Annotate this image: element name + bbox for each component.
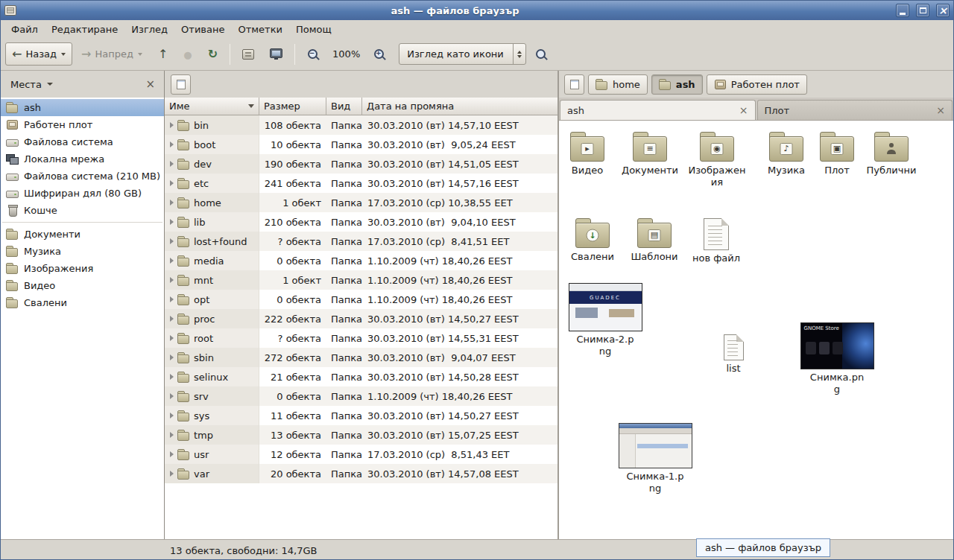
table-row[interactable]: proc222 обектаПапка30.03.2010 (вт) 14,50… bbox=[165, 309, 557, 328]
stop-button[interactable] bbox=[177, 42, 198, 66]
close-button[interactable] bbox=[936, 4, 950, 17]
menubar-item-5[interactable]: Помощ bbox=[289, 20, 338, 38]
computer-button[interactable] bbox=[263, 42, 289, 66]
view-selector[interactable]: Изглед като икони bbox=[399, 43, 526, 65]
zoom-out-button[interactable]: − bbox=[300, 42, 326, 66]
table-row[interactable]: tmp13 обектаПапка30.03.2010 (вт) 15,07,2… bbox=[165, 425, 557, 445]
expander-icon[interactable] bbox=[170, 354, 174, 360]
icon-view-item[interactable]: ▤Шаблони bbox=[622, 217, 687, 263]
icon-view-item[interactable]: Снимка-1.png bbox=[622, 423, 688, 494]
sidebar-item[interactable]: Музика bbox=[1, 243, 164, 260]
titlebar[interactable]: ash — файлов браузър bbox=[1, 1, 953, 20]
expander-icon[interactable] bbox=[170, 141, 174, 147]
column-header-3[interactable]: Дата на промяна bbox=[362, 98, 557, 115]
sidebar-item[interactable]: Документи bbox=[1, 226, 164, 243]
table-row[interactable]: sys11 обектаПапка30.03.2010 (вт) 14,50,2… bbox=[165, 406, 557, 425]
table-row[interactable]: mnt1 обектПапка1.10.2009 (чт) 18,40,26 E… bbox=[165, 270, 557, 290]
sidebar-item[interactable]: Файлова система bbox=[1, 133, 164, 150]
tab-1[interactable]: Плот bbox=[757, 100, 953, 120]
column-header-0[interactable]: Име bbox=[165, 98, 259, 115]
table-row[interactable]: opt0 обектаПапка1.10.2009 (чт) 18,40,26 … bbox=[165, 290, 557, 309]
icon-view[interactable]: ▸Видео≡Документи◉Изображения♪Музика▣Плот… bbox=[559, 121, 953, 539]
minimize-button[interactable] bbox=[896, 4, 909, 17]
table-row[interactable]: sbin272 обектаПапка30.03.2010 (вт) 9,04,… bbox=[165, 348, 557, 367]
tab-close-icon[interactable] bbox=[739, 105, 748, 116]
icon-view-item[interactable]: Свалени bbox=[560, 217, 625, 263]
table-row[interactable]: home1 обектПапка17.03.2010 (ср) 10,38,55… bbox=[165, 193, 557, 212]
menubar-item-3[interactable]: Отиване bbox=[174, 20, 231, 38]
sidebar-item[interactable]: Файлова система (210 MB) bbox=[1, 168, 164, 185]
icon-view-item[interactable]: GNOME StoreСнимка.png bbox=[804, 322, 870, 395]
expander-icon[interactable] bbox=[170, 258, 174, 264]
table-row[interactable]: usr12 обектаПапка17.03.2010 (ср) 8,51,43… bbox=[165, 445, 557, 464]
sidebar-item[interactable]: Изображения bbox=[1, 260, 164, 277]
reload-button[interactable] bbox=[201, 42, 224, 66]
expander-icon[interactable] bbox=[170, 200, 174, 206]
icon-view-item[interactable]: ▸Видео bbox=[559, 131, 620, 176]
expander-icon[interactable] bbox=[170, 219, 174, 225]
icon-view-item[interactable]: ◉Изображения bbox=[684, 131, 750, 188]
breadcrumb-button[interactable]: Работен плот bbox=[707, 74, 807, 95]
forward-button[interactable]: Напред bbox=[75, 42, 149, 66]
places-dropdown-button[interactable]: Места bbox=[7, 77, 57, 92]
breadcrumb-button[interactable]: ash bbox=[651, 74, 703, 95]
expander-icon[interactable] bbox=[170, 296, 174, 302]
table-row[interactable]: srv0 обектаПапка1.10.2009 (чт) 18,40,26 … bbox=[165, 386, 557, 406]
table-row[interactable]: media0 обектаПапка1.10.2009 (чт) 18,40,2… bbox=[165, 251, 557, 270]
expander-icon[interactable] bbox=[170, 471, 174, 477]
search-button[interactable] bbox=[528, 42, 554, 66]
expander-icon[interactable] bbox=[170, 277, 174, 283]
expander-icon[interactable] bbox=[170, 122, 174, 128]
sidebar-item[interactable]: Шифриран дял (80 GB) bbox=[1, 185, 164, 202]
sidebar-item[interactable]: ash bbox=[1, 99, 164, 116]
up-button[interactable] bbox=[151, 42, 174, 66]
home-button[interactable] bbox=[236, 42, 261, 66]
expander-icon[interactable] bbox=[170, 451, 174, 457]
sidebar-close-button[interactable] bbox=[142, 78, 158, 91]
table-row[interactable]: selinux21 обектаПапка30.03.2010 (вт) 14,… bbox=[165, 367, 557, 386]
table-row[interactable]: etc241 обектаПапка30.03.2010 (вт) 14,57,… bbox=[165, 174, 557, 193]
expander-icon[interactable] bbox=[170, 374, 174, 380]
sidebar-item[interactable]: Видео bbox=[1, 277, 164, 294]
expander-icon[interactable] bbox=[170, 161, 174, 167]
table-row[interactable]: lib210 обектаПапка30.03.2010 (вт) 9,04,1… bbox=[165, 212, 557, 232]
icon-view-item[interactable]: нов файл bbox=[683, 217, 749, 264]
table-row[interactable]: lost+found? обектаПапка17.03.2010 (ср) 8… bbox=[165, 232, 557, 251]
sidebar-item[interactable]: Кошче bbox=[1, 202, 164, 219]
tab-close-icon[interactable] bbox=[936, 105, 945, 116]
expander-icon[interactable] bbox=[170, 413, 174, 419]
expander-icon[interactable] bbox=[170, 432, 174, 438]
column-header-2[interactable]: Вид bbox=[326, 98, 362, 115]
table-row[interactable]: root? обектаПапка30.03.2010 (вт) 14,55,3… bbox=[165, 328, 557, 348]
location-toggle-button[interactable] bbox=[564, 74, 584, 95]
icon-view-item[interactable]: GUADECСнимка-2.png bbox=[572, 283, 638, 357]
expander-icon[interactable] bbox=[170, 316, 174, 322]
table-row[interactable]: var20 обектаПапка30.03.2010 (вт) 14,57,0… bbox=[165, 464, 557, 483]
sidebar-item[interactable]: Локална мрежа bbox=[1, 150, 164, 168]
location-toggle-button[interactable] bbox=[171, 74, 191, 95]
column-header-1[interactable]: Размер bbox=[259, 98, 326, 115]
menubar-item-2[interactable]: Изглед bbox=[124, 20, 174, 38]
expander-icon[interactable] bbox=[170, 393, 174, 399]
icon-view-item[interactable]: Публични bbox=[859, 131, 924, 176]
breadcrumb-button[interactable]: home bbox=[588, 74, 648, 95]
back-history-dropdown-icon[interactable] bbox=[61, 53, 66, 56]
expander-icon[interactable] bbox=[170, 180, 174, 186]
tab-0[interactable]: ash bbox=[560, 100, 756, 120]
menubar-item-4[interactable]: Отметки bbox=[231, 20, 288, 38]
table-row[interactable]: dev190 обектаПапка30.03.2010 (вт) 14,51,… bbox=[165, 154, 557, 174]
menubar-item-0[interactable]: Файл bbox=[4, 20, 45, 38]
expander-icon[interactable] bbox=[170, 238, 174, 244]
maximize-button[interactable] bbox=[916, 4, 929, 17]
back-button[interactable]: Назад bbox=[5, 42, 72, 66]
menubar-item-1[interactable]: Редактиране bbox=[45, 20, 124, 38]
table-row[interactable]: boot10 обектаПапка30.03.2010 (вт) 9,05,2… bbox=[165, 135, 557, 154]
icon-view-item[interactable]: ≡Документи bbox=[617, 131, 683, 176]
sidebar-item[interactable]: Свалени bbox=[1, 294, 164, 311]
zoom-in-button[interactable]: + bbox=[367, 42, 392, 66]
sidebar-item[interactable]: Работен плот bbox=[1, 116, 164, 133]
icon-view-item[interactable]: list bbox=[701, 334, 766, 375]
table-row[interactable]: bin108 обектаПапка30.03.2010 (вт) 14,57,… bbox=[165, 115, 557, 135]
expander-icon[interactable] bbox=[170, 335, 174, 341]
view-selector-spinner-icon[interactable] bbox=[513, 44, 525, 64]
